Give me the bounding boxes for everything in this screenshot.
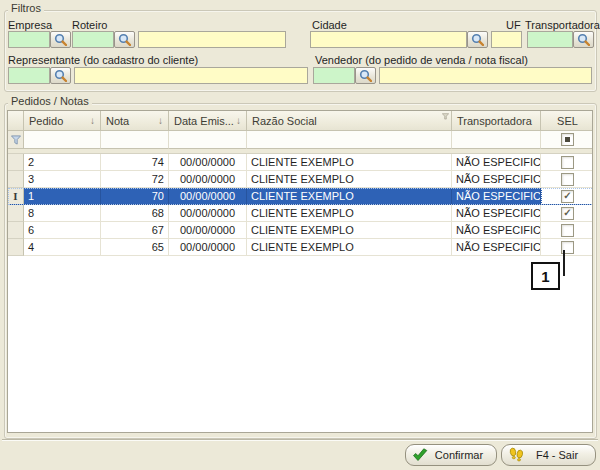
cell-sel[interactable] (541, 205, 593, 222)
transportadora-search-button[interactable] (573, 31, 594, 48)
vendedor-input[interactable] (313, 67, 355, 84)
row-select-checkbox[interactable] (561, 156, 574, 169)
roteiro-input[interactable] (72, 31, 114, 48)
orders-group-title: Pedidos / Notas (8, 96, 92, 107)
transportadora-input[interactable] (527, 31, 573, 48)
filter-row-indicator (8, 131, 24, 149)
exit-button[interactable]: F4 - Sair (501, 444, 596, 466)
cell-transportadora[interactable]: NÃO ESPECIFICADO (452, 239, 541, 256)
filter-cell-transportadora[interactable] (452, 131, 541, 149)
filter-cell-sel[interactable] (541, 131, 593, 149)
confirm-button-label: Confirmar (428, 449, 490, 461)
cell-sel[interactable] (541, 222, 593, 239)
roteiro-search-button[interactable] (114, 31, 135, 48)
annotation-marker: 1 (531, 262, 560, 290)
magnifier-icon (118, 33, 131, 46)
cell-sel[interactable] (541, 171, 593, 188)
column-header-transportadora[interactable]: Transportadora (452, 111, 541, 131)
cell-razao-social[interactable]: CLIENTE EXEMPLO (247, 239, 452, 256)
cell-nota[interactable]: 65 (101, 239, 169, 256)
filter-cell-data-emissao[interactable] (169, 131, 247, 149)
order-selection-window: Filtros Empresa Roteiro Cidade UF Transp… (0, 0, 600, 470)
magnifier-icon (577, 33, 590, 46)
cell-pedido[interactable]: 2 (24, 154, 101, 171)
vendedor-description-field[interactable] (379, 67, 592, 84)
table-row[interactable]: 66700/00/0000CLIENTE EXEMPLONÃO ESPECIFI… (8, 222, 593, 239)
filter-cell-pedido[interactable] (24, 131, 101, 149)
cell-transportadora[interactable]: NÃO ESPECIFICADO (452, 154, 541, 171)
row-select-checkbox[interactable] (561, 224, 574, 237)
cell-transportadora[interactable]: NÃO ESPECIFICADO (452, 222, 541, 239)
cell-data-emissao[interactable]: 00/00/0000 (169, 188, 247, 205)
cidade-input[interactable] (310, 31, 467, 48)
row-select-checkbox[interactable] (561, 173, 574, 186)
vendedor-search-button[interactable] (355, 67, 376, 84)
table-row[interactable]: 46500/00/0000CLIENTE EXEMPLONÃO ESPECIFI… (8, 239, 593, 256)
cell-razao-social[interactable]: CLIENTE EXEMPLO (247, 205, 452, 222)
orders-grid: Pedido ↓ Nota ↓ Data Emis... ↓ Razão Soc… (7, 110, 593, 433)
column-header-pedido[interactable]: Pedido ↓ (24, 111, 101, 131)
uf-input[interactable] (491, 31, 522, 48)
cell-nota[interactable]: 74 (101, 154, 169, 171)
cell-razao-social[interactable]: CLIENTE EXEMPLO (247, 188, 452, 205)
cidade-search-button[interactable] (467, 31, 488, 48)
cell-nota[interactable]: 72 (101, 171, 169, 188)
representante-input[interactable] (8, 67, 50, 84)
row-indicator-cell[interactable] (8, 239, 24, 256)
magnifier-icon (471, 33, 484, 46)
cell-transportadora[interactable]: NÃO ESPECIFICADO (452, 171, 541, 188)
empresa-label: Empresa (8, 20, 52, 31)
cell-data-emissao[interactable]: 00/00/0000 (169, 222, 247, 239)
roteiro-description-field[interactable] (138, 31, 286, 48)
row-indicator-cell[interactable] (8, 205, 24, 222)
column-header-data-emissao[interactable]: Data Emis... ↓ (169, 111, 247, 131)
row-select-checkbox[interactable] (561, 207, 574, 220)
table-row[interactable]: I17000/00/0000CLIENTE EXEMPLONÃO ESPECIF… (8, 188, 593, 205)
cell-nota[interactable]: 70 (101, 188, 169, 205)
cell-data-emissao[interactable]: 00/00/0000 (169, 239, 247, 256)
representante-search-button[interactable] (50, 67, 71, 84)
cell-razao-social[interactable]: CLIENTE EXEMPLO (247, 171, 452, 188)
cell-sel[interactable] (541, 239, 593, 256)
column-header-nota[interactable]: Nota ↓ (101, 111, 169, 131)
empresa-input[interactable] (8, 31, 50, 48)
cell-pedido[interactable]: 1 (24, 188, 101, 205)
row-indicator-cell[interactable]: I (8, 188, 24, 205)
cell-data-emissao[interactable]: 00/00/0000 (169, 171, 247, 188)
filter-cell-razao-social[interactable] (247, 131, 452, 149)
cell-razao-social[interactable]: CLIENTE EXEMPLO (247, 154, 452, 171)
cell-pedido[interactable]: 3 (24, 171, 101, 188)
funnel-icon[interactable] (442, 113, 449, 120)
cell-data-emissao[interactable]: 00/00/0000 (169, 205, 247, 222)
column-header-razao-social[interactable]: Razão Social (247, 111, 452, 131)
cell-data-emissao[interactable]: 00/00/0000 (169, 154, 247, 171)
cell-pedido[interactable]: 6 (24, 222, 101, 239)
filter-cell-nota[interactable] (101, 131, 169, 149)
table-row[interactable]: 27400/00/0000CLIENTE EXEMPLONÃO ESPECIFI… (8, 154, 593, 171)
representante-description-field[interactable] (74, 67, 308, 84)
table-row[interactable]: 37200/00/0000CLIENTE EXEMPLONÃO ESPECIFI… (8, 171, 593, 188)
cell-pedido[interactable]: 8 (24, 205, 101, 222)
empresa-search-button[interactable] (50, 31, 71, 48)
filters-group-title: Filtros (8, 3, 44, 14)
cell-transportadora[interactable]: NÃO ESPECIFICADO (452, 188, 541, 205)
row-indicator-header (8, 111, 24, 131)
column-header-sel[interactable]: SEL (541, 111, 593, 131)
row-indicator-cell[interactable] (8, 171, 24, 188)
row-select-checkbox[interactable] (561, 190, 574, 203)
cell-nota[interactable]: 68 (101, 205, 169, 222)
transportadora-label: Transportadora (525, 20, 600, 31)
row-indicator-cell[interactable] (8, 154, 24, 171)
cell-razao-social[interactable]: CLIENTE EXEMPLO (247, 222, 452, 239)
table-row[interactable]: 86800/00/0000CLIENTE EXEMPLONÃO ESPECIFI… (8, 205, 593, 222)
cell-sel[interactable] (541, 188, 593, 205)
confirm-button[interactable]: Confirmar (405, 444, 497, 466)
cell-sel[interactable] (541, 154, 593, 171)
row-indicator-cell[interactable] (8, 222, 24, 239)
cell-pedido[interactable]: 4 (24, 239, 101, 256)
select-all-checkbox[interactable] (561, 133, 574, 146)
column-header-label: Razão Social (252, 115, 317, 127)
check-icon (412, 448, 428, 462)
cell-transportadora[interactable]: NÃO ESPECIFICADO (452, 205, 541, 222)
cell-nota[interactable]: 67 (101, 222, 169, 239)
